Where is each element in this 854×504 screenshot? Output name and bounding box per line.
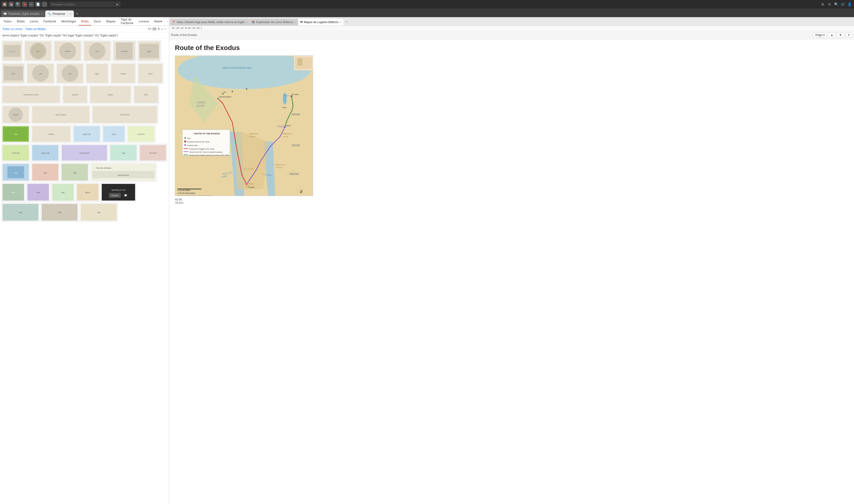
bookmark-icon[interactable]: 🔖 bbox=[22, 2, 27, 7]
home-icon[interactable]: 🏠 bbox=[2, 2, 7, 7]
tab-explorer-icon: 📚 bbox=[252, 21, 255, 24]
tab-factbook-close[interactable]: ✕ bbox=[41, 13, 43, 15]
media-item[interactable]: region map bbox=[31, 144, 59, 162]
media-item[interactable]: procession scene bbox=[1, 85, 61, 104]
tab-atlas[interactable]: 📍 Atlas | Moisés foge para Midiã, então … bbox=[170, 19, 250, 25]
close-btn[interactable]: ✕ bbox=[846, 33, 852, 37]
svg-text:MIDIAN: MIDIAN bbox=[289, 173, 299, 175]
tab-add-button[interactable]: + bbox=[74, 11, 81, 17]
media-grid[interactable]: ancient coin portrait coin pyramid figur… bbox=[0, 39, 169, 504]
media-item[interactable]: coin bbox=[83, 40, 111, 62]
media-item[interactable]: document bbox=[127, 125, 155, 143]
breadcrumb-all-media[interactable]: Todas as Mídias bbox=[25, 28, 46, 31]
media-item[interactable]: scene bbox=[137, 62, 163, 84]
media-item[interactable]: timeline bbox=[31, 125, 71, 143]
grid-icon[interactable]: ⋮⋮ bbox=[42, 2, 47, 7]
nav-biblia[interactable]: Bíblia bbox=[15, 17, 27, 25]
media-item[interactable]: map bbox=[60, 163, 89, 182]
media-item[interactable]: document bbox=[139, 144, 167, 162]
address-bar[interactable]: Passagem ou tópico ▶ bbox=[49, 1, 121, 7]
media-item[interactable]: The Life of Moses biblical timeline bbox=[90, 163, 157, 182]
media-item[interactable]: relief bbox=[1, 62, 25, 84]
add-icon[interactable]: + bbox=[161, 27, 163, 31]
search-right-icon[interactable]: 🔍 bbox=[834, 2, 839, 7]
tab-atlas-close[interactable]: ✕ bbox=[246, 21, 248, 23]
media-item[interactable]: region bbox=[102, 125, 126, 143]
scroll-up-btn[interactable]: ▲ bbox=[828, 33, 835, 37]
media-item[interactable]: ancient bbox=[1, 40, 23, 62]
media-item[interactable]: figures bbox=[76, 183, 100, 202]
svg-text:Wilderness: Wilderness bbox=[275, 164, 285, 166]
breadcrumb-all-books[interactable]: Todos os Livros bbox=[2, 28, 22, 31]
media-item[interactable]: figure bbox=[137, 40, 161, 62]
media-item[interactable]: map bbox=[1, 163, 30, 182]
svg-text:ritual scene: ritual scene bbox=[120, 114, 130, 116]
font-size-icon[interactable]: Aa bbox=[148, 27, 151, 31]
tab-maps[interactable]: 🗺 Mapas de Lugares Bíblicos ✕ bbox=[298, 19, 343, 25]
media-item[interactable]: portrait bbox=[1, 105, 30, 124]
media-item[interactable]: ritual scene bbox=[91, 105, 158, 124]
check-icon[interactable]: ✓ bbox=[29, 2, 34, 7]
scroll-down-btn[interactable]: ▼ bbox=[837, 33, 844, 37]
nav-morfologia[interactable]: Morfologia bbox=[59, 17, 78, 25]
tab-explorer[interactable]: 📚 Explorador de Livros Bíblicos ✕ bbox=[250, 19, 298, 25]
media-item[interactable]: coin bbox=[56, 62, 84, 84]
copy-icon[interactable]: ⧉ bbox=[827, 2, 832, 7]
nav-livros[interactable]: Livros bbox=[28, 17, 40, 25]
media-item[interactable]: map bbox=[1, 125, 30, 143]
media-item[interactable]: obelisk bbox=[110, 62, 136, 84]
library-icon[interactable]: 📚 bbox=[8, 2, 14, 7]
layout-icon[interactable]: ⊞ bbox=[820, 2, 825, 7]
media-item[interactable]: pyramid bbox=[112, 40, 136, 62]
media-item[interactable]: portrait bbox=[53, 40, 82, 62]
profile-icon[interactable]: 👤 bbox=[847, 2, 852, 7]
svg-text:S I N A I: S I N A I bbox=[244, 167, 255, 171]
media-item[interactable]: Egypt map bbox=[72, 125, 101, 143]
edit-icon[interactable]: ed bbox=[152, 27, 157, 31]
media-item[interactable]: doors bbox=[133, 85, 159, 104]
media-item[interactable]: world map bbox=[1, 144, 30, 162]
cart-icon[interactable]: 🛒 bbox=[840, 2, 846, 7]
media-item[interactable]: pyramid bbox=[62, 85, 88, 104]
tab-explorer-close[interactable]: ✕ bbox=[294, 21, 296, 23]
media-item[interactable]: map bbox=[26, 183, 50, 202]
svg-text:ancient world: ancient world bbox=[79, 152, 89, 154]
media-item[interactable]: ancient world bbox=[60, 144, 108, 162]
media-item[interactable]: Speaking to God INICIAR 💬 bbox=[101, 183, 136, 202]
media-item[interactable]: queen figure bbox=[31, 105, 91, 124]
article-type-btn[interactable]: Artigo ▾ bbox=[813, 33, 827, 37]
media-item[interactable]: map bbox=[1, 183, 25, 202]
media-item[interactable]: figures bbox=[89, 85, 132, 104]
media-item[interactable]: map bbox=[79, 203, 118, 222]
nav-mapas[interactable]: Mapas bbox=[104, 17, 118, 25]
nav-todos[interactable]: Todos bbox=[1, 17, 14, 25]
media-item[interactable]: map bbox=[51, 183, 75, 202]
nav-mais[interactable]: Mais ▾ bbox=[152, 17, 165, 25]
coords-bar: 32° 26' 14" N 34° 25' 59" L bbox=[169, 26, 854, 31]
media-item[interactable]: map bbox=[40, 203, 78, 222]
media-item[interactable]: map bbox=[31, 163, 59, 182]
tab-maps-close[interactable]: ✕ bbox=[340, 21, 341, 23]
tab-search[interactable]: 🔍 Pesquisar ✕ bbox=[45, 11, 74, 17]
document-icon[interactable]: 📄 bbox=[35, 2, 40, 7]
search-icon[interactable]: 🔍 bbox=[15, 2, 20, 7]
media-item[interactable]: coin bbox=[24, 40, 52, 62]
tab2-add-button[interactable]: + bbox=[343, 19, 350, 25]
nav-livraria[interactable]: Livraria bbox=[136, 17, 151, 25]
tab-factbook[interactable]: 📖 Factbook | Egito (nação) ✕ bbox=[1, 11, 45, 17]
tab-search-close[interactable]: ✕ bbox=[70, 13, 71, 15]
star-icon[interactable]: ☆ bbox=[164, 27, 166, 31]
media-item[interactable]: figure bbox=[85, 62, 109, 84]
media-item[interactable]: coin bbox=[26, 62, 55, 84]
map-container[interactable]: MEDITERRANEAN SEA LOWER EGYPT DEAD GULF … bbox=[175, 55, 313, 196]
nav-docs[interactable]: Docs bbox=[91, 17, 103, 25]
svg-text:INICIAR: INICIAR bbox=[111, 195, 119, 197]
settings-icon[interactable]: ⚙ bbox=[158, 27, 160, 31]
nav-midia[interactable]: Mídia bbox=[78, 17, 91, 25]
nav-tags[interactable]: Tags do Factbook bbox=[119, 17, 136, 25]
media-item[interactable]: map bbox=[109, 144, 138, 162]
svg-text:map: map bbox=[58, 212, 61, 213]
media-item[interactable]: map bbox=[1, 203, 39, 222]
nav-factbook[interactable]: Factbook bbox=[41, 17, 58, 25]
svg-point-131 bbox=[290, 95, 292, 97]
